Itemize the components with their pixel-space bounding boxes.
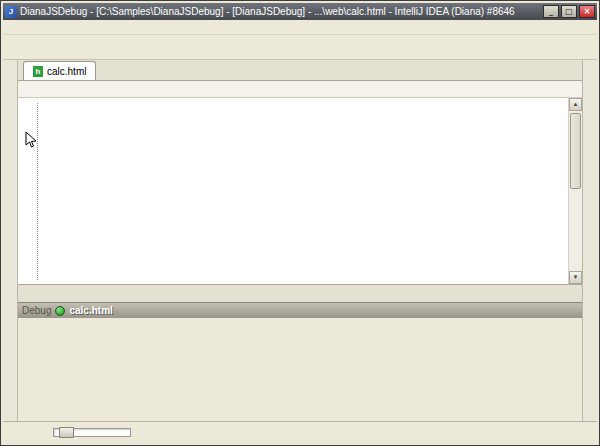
statusbar (3, 421, 597, 443)
scrollbar-thumb[interactable] (570, 113, 581, 189)
debug-session-icon (55, 306, 65, 316)
menubar (3, 20, 597, 35)
html-file-icon: h (33, 66, 43, 77)
intellij-window: J DianaJSDebug - [C:\Samples\DianaJSDebu… (0, 0, 600, 446)
toolbar (3, 35, 597, 60)
close-button[interactable]: × (579, 5, 595, 18)
editor-bottom-tabs (18, 284, 582, 302)
fold-guide-line (37, 103, 38, 280)
player-progress-thumb[interactable] (59, 427, 74, 438)
debug-panels (18, 339, 582, 421)
editor-scrollbar[interactable]: ▲ ▼ (568, 98, 582, 284)
right-dock (582, 60, 597, 421)
editor-tab-label: calc.html (47, 66, 86, 77)
editor-tab-calc-html[interactable]: h calc.html (23, 61, 96, 80)
tutorial-player (53, 428, 140, 437)
debug-tabs-row (18, 318, 582, 339)
debug-left-toolbar (18, 341, 35, 420)
player-progress-bar[interactable] (53, 428, 131, 437)
app-icon: J (5, 6, 17, 18)
debug-header-label: Debug (22, 305, 51, 316)
scroll-down-icon[interactable]: ▼ (569, 271, 582, 284)
debug-session-file: calc.html (69, 305, 112, 316)
breadcrumb (18, 81, 582, 98)
maximize-button[interactable]: □ (561, 5, 577, 18)
titlebar: J DianaJSDebug - [C:\Samples\DianaJSDebu… (3, 3, 597, 20)
scroll-up-icon[interactable]: ▲ (569, 98, 582, 111)
left-dock (3, 60, 18, 421)
mouse-cursor (25, 131, 37, 149)
debug-toolwindow-header: Debug calc.html (18, 302, 582, 318)
editor-tabstrip: h calc.html (18, 60, 582, 81)
window-title: DianaJSDebug - [C:\Samples\DianaJSDebug]… (20, 6, 540, 17)
minimize-button[interactable]: _ (543, 5, 559, 18)
code-editor[interactable]: ▲ ▼ (18, 98, 582, 284)
